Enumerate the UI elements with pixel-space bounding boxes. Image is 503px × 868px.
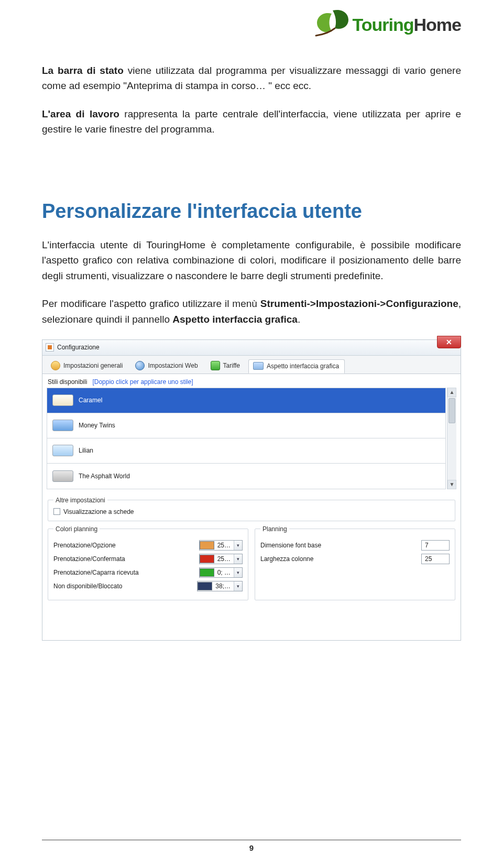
planning-title: Planning bbox=[260, 525, 289, 533]
color-label: Prenotazione/Confermata bbox=[53, 555, 199, 563]
colori-title: Colori planning bbox=[53, 525, 100, 533]
brand-text: TouringHome bbox=[353, 15, 461, 35]
altre-title: Altre impostazioni bbox=[53, 497, 107, 504]
tab-tariffe[interactable]: Tariffe bbox=[206, 359, 245, 373]
style-row-lilian[interactable]: Lilian bbox=[47, 438, 445, 464]
paragraph-2: L'area di lavoro rappresenta la parte ce… bbox=[42, 106, 461, 137]
fieldset-altre-impostazioni: Altre impostazioni Visualizzazione a sch… bbox=[48, 497, 455, 521]
color-value: 38;… bbox=[212, 583, 234, 590]
calculator-icon bbox=[211, 361, 220, 370]
color-combo[interactable]: 25… ▾ bbox=[199, 540, 243, 551]
styles-header: Stili disponibili [Doppio click per appl… bbox=[42, 374, 461, 388]
wrench-icon bbox=[51, 361, 60, 370]
scroll-up-button[interactable]: ▲ bbox=[447, 388, 456, 397]
app-icon bbox=[46, 343, 54, 351]
checkbox-icon[interactable] bbox=[53, 508, 60, 515]
color-value: 25… bbox=[214, 542, 234, 549]
chevron-down-icon[interactable]: ▾ bbox=[234, 554, 242, 564]
page-footer: 9 bbox=[42, 840, 461, 852]
color-combo[interactable]: 38;… ▾ bbox=[197, 581, 243, 591]
chevron-down-icon[interactable]: ▾ bbox=[234, 541, 242, 550]
p4-a: Per modificare l'aspetto grafico utilizz… bbox=[42, 298, 260, 309]
paragraph-3: L'interfaccia utente di TouringHome è co… bbox=[42, 237, 461, 283]
tab-label: Impostazioni generali bbox=[63, 362, 123, 369]
style-row-asphalt[interactable]: The Asphalt World bbox=[47, 464, 445, 489]
heading-personalizzare: Personalizzare l'interfaccia utente bbox=[42, 200, 461, 223]
chevron-down-icon[interactable]: ▾ bbox=[234, 581, 242, 591]
swatch-icon bbox=[52, 470, 73, 482]
paragraph-4: Per modificare l'aspetto grafico utilizz… bbox=[42, 296, 461, 327]
window-titlebar[interactable]: Configurazione ✕ bbox=[42, 340, 461, 356]
style-name: The Asphalt World bbox=[79, 473, 130, 480]
color-value: 0; … bbox=[214, 569, 234, 576]
tab-label: Aspetto interfaccia grafica bbox=[267, 362, 339, 370]
brand-logo: TouringHome bbox=[311, 6, 461, 43]
brand-touring: Touring bbox=[353, 15, 414, 35]
color-combo[interactable]: 0; … ▾ bbox=[199, 567, 243, 578]
style-row-caramel[interactable]: Caramel bbox=[47, 388, 445, 413]
checkbox-row-vis-schede[interactable]: Visualizzazione a schede bbox=[53, 508, 450, 515]
color-row-confermata: Prenotazione/Confermata 25… ▾ bbox=[53, 554, 243, 564]
style-name: Caramel bbox=[79, 397, 102, 404]
checkbox-label: Visualizzazione a schede bbox=[63, 508, 134, 515]
swatch-icon bbox=[52, 394, 73, 406]
color-chip-icon bbox=[200, 541, 214, 550]
color-chip-icon bbox=[198, 582, 212, 590]
tab-impostazioni-web[interactable]: Impostazioni Web bbox=[131, 359, 203, 373]
styles-hint: [Doppio click per applicare uno stile] bbox=[92, 378, 193, 386]
color-combo[interactable]: 25… ▾ bbox=[199, 554, 243, 564]
styles-scrollbar[interactable]: ▲ ▼ bbox=[447, 388, 456, 489]
fieldset-colori-planning: Colori planning Prenotazione/Opzione 25…… bbox=[48, 525, 248, 600]
p4-e: . bbox=[298, 314, 300, 325]
tab-aspetto-interfaccia[interactable]: Aspetto interfaccia grafica bbox=[248, 359, 345, 373]
chevron-down-icon[interactable]: ▾ bbox=[234, 568, 242, 577]
leaf-icon bbox=[311, 6, 353, 43]
page-number: 9 bbox=[42, 843, 461, 852]
window-title: Configurazione bbox=[57, 344, 100, 351]
p4-b: Strumenti->Impostazioni->Configurazione bbox=[260, 298, 458, 309]
tab-label: Tariffe bbox=[223, 362, 240, 369]
close-button[interactable]: ✕ bbox=[437, 336, 461, 348]
tab-impostazioni-generali[interactable]: Impostazioni generali bbox=[47, 359, 128, 373]
picture-icon bbox=[253, 362, 264, 370]
swatch-icon bbox=[52, 445, 73, 456]
planning-row-colwidth: Larghezza colonne 25 bbox=[260, 554, 450, 564]
planning-value-colwidth[interactable]: 25 bbox=[421, 554, 450, 564]
paragraph-1: La barra di stato viene utilizzata dal p… bbox=[42, 63, 461, 94]
color-label: Prenotazione/Opzione bbox=[53, 542, 199, 549]
color-row-opzione: Prenotazione/Opzione 25… ▾ bbox=[53, 540, 243, 551]
tab-label: Impostazioni Web bbox=[148, 362, 198, 369]
color-chip-icon bbox=[200, 555, 214, 563]
footer-rule bbox=[42, 840, 461, 840]
styles-label: Stili disponibili bbox=[48, 378, 87, 386]
fieldset-planning: Planning Dimensione font base 7 Larghezz… bbox=[255, 525, 455, 600]
brand-home: Home bbox=[414, 15, 461, 35]
scroll-thumb[interactable] bbox=[449, 398, 455, 423]
styles-list[interactable]: Caramel Money Twins Lilian The Asph bbox=[47, 388, 446, 489]
document-page: TouringHome La barra di stato viene util… bbox=[0, 0, 503, 641]
color-row-bloccato: Non disponibile/Bloccato 38;… ▾ bbox=[53, 581, 243, 591]
p4-d: Aspetto interfaccia grafica bbox=[172, 314, 298, 325]
swatch-icon bbox=[52, 420, 73, 431]
color-label: Non disponibile/Bloccato bbox=[53, 583, 197, 590]
p1-lead: La barra di stato bbox=[42, 65, 124, 76]
planning-value-font[interactable]: 7 bbox=[421, 540, 450, 551]
globe-icon bbox=[135, 361, 145, 370]
planning-label: Larghezza colonne bbox=[260, 555, 421, 563]
color-chip-icon bbox=[200, 568, 214, 577]
planning-label: Dimensione font base bbox=[260, 542, 421, 549]
style-name: Lilian bbox=[79, 447, 93, 454]
tabs-row: Impostazioni generali Impostazioni Web T… bbox=[42, 356, 461, 374]
tab-panel-aspetto: Stili disponibili [Doppio click per appl… bbox=[42, 374, 461, 640]
content-area: La barra di stato viene utilizzata dal p… bbox=[42, 63, 461, 641]
style-name: Money Twins bbox=[79, 422, 115, 429]
p2-lead: L'area di lavoro bbox=[42, 108, 119, 119]
color-value: 25… bbox=[214, 555, 234, 563]
planning-row-font: Dimensione font base 7 bbox=[260, 540, 450, 551]
style-row-money-twins[interactable]: Money Twins bbox=[47, 413, 445, 438]
color-row-caparra: Prenotazione/Caparra ricevuta 0; … ▾ bbox=[53, 567, 243, 578]
scroll-down-button[interactable]: ▼ bbox=[447, 480, 456, 489]
color-label: Prenotazione/Caparra ricevuta bbox=[53, 569, 199, 576]
config-window: Configurazione ✕ Impostazioni generali I… bbox=[42, 339, 461, 641]
